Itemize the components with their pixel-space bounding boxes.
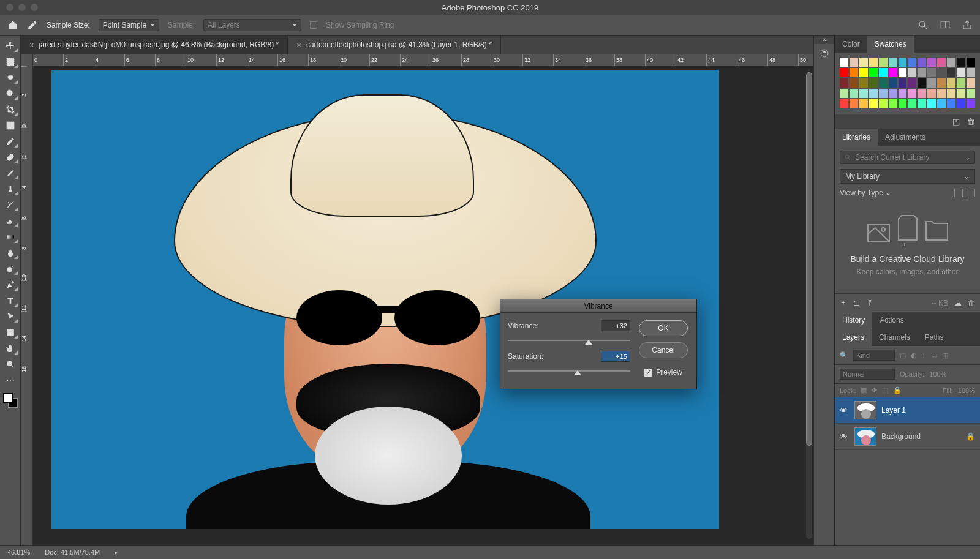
frame-tool[interactable] xyxy=(2,119,18,132)
swatch[interactable] xyxy=(927,78,936,88)
swatch[interactable] xyxy=(937,99,946,108)
dodge-tool[interactable] xyxy=(2,262,18,276)
swatch[interactable] xyxy=(879,99,888,108)
upload-icon[interactable]: ⤒ xyxy=(867,299,873,307)
close-tab-icon[interactable]: × xyxy=(29,40,34,50)
chevron-down-icon[interactable]: ⌄ xyxy=(965,153,971,162)
swatch[interactable] xyxy=(908,68,916,77)
layer-row[interactable]: 👁Layer 1 xyxy=(835,397,980,424)
visibility-icon[interactable]: 👁 xyxy=(840,406,850,415)
swatch[interactable] xyxy=(957,58,965,67)
view-by-label[interactable]: View by Type xyxy=(840,189,883,197)
swatch[interactable] xyxy=(918,89,926,98)
move-tool[interactable] xyxy=(2,39,18,53)
filter-type-icon[interactable]: T xyxy=(922,351,926,359)
swatch[interactable] xyxy=(957,68,965,77)
layer-thumbnail[interactable] xyxy=(854,401,876,419)
swatch[interactable] xyxy=(889,99,897,108)
swatch[interactable] xyxy=(937,89,946,98)
visibility-icon[interactable]: 👁 xyxy=(840,432,850,441)
edit-toolbar[interactable]: ⋯ xyxy=(2,373,18,387)
swatch[interactable] xyxy=(850,89,858,98)
swatch[interactable] xyxy=(947,58,956,67)
collapsed-panel-strip[interactable]: « xyxy=(813,36,834,545)
swatch[interactable] xyxy=(918,58,926,67)
vibrance-input[interactable] xyxy=(601,320,630,331)
lock-all-icon[interactable]: 🔒 xyxy=(893,386,902,394)
brush-tool[interactable] xyxy=(2,167,18,180)
search-icon[interactable] xyxy=(918,20,929,31)
ruler-origin[interactable] xyxy=(21,54,33,66)
swatch[interactable] xyxy=(840,78,848,88)
swatch[interactable] xyxy=(850,68,858,77)
swatch[interactable] xyxy=(889,89,897,98)
lock-pixels-icon[interactable]: ▩ xyxy=(861,386,867,394)
swatch[interactable] xyxy=(947,89,956,98)
healing-tool[interactable] xyxy=(2,151,18,164)
ruler-horizontal[interactable]: 0246810121416182022242628303234363840424… xyxy=(33,54,813,66)
swatch[interactable] xyxy=(869,68,878,77)
swatch[interactable] xyxy=(840,89,848,98)
show-sampling-ring-checkbox[interactable] xyxy=(310,21,317,29)
swatch[interactable] xyxy=(899,89,907,98)
pen-tool[interactable] xyxy=(2,278,18,291)
tab-color[interactable]: Color xyxy=(835,36,867,53)
shape-tool[interactable] xyxy=(2,326,18,339)
swatch[interactable] xyxy=(840,99,848,108)
new-swatch-icon[interactable]: ◳ xyxy=(952,117,960,126)
fill-value[interactable]: 100% xyxy=(958,387,975,394)
tab-layers[interactable]: Layers xyxy=(835,329,872,346)
swatch[interactable] xyxy=(918,99,926,108)
lock-position-icon[interactable]: ✥ xyxy=(872,386,877,394)
add-icon[interactable]: ＋ xyxy=(840,298,847,308)
fullscreen-icon[interactable] xyxy=(31,4,38,11)
swatch[interactable] xyxy=(908,78,916,88)
swatch[interactable] xyxy=(967,99,975,108)
swatch[interactable] xyxy=(918,68,926,77)
layer-row[interactable]: 👁Background🔒 xyxy=(835,424,980,450)
quick-select-tool[interactable] xyxy=(2,87,18,100)
library-search[interactable]: Search Current Library ⌄ xyxy=(840,151,975,164)
swatch[interactable] xyxy=(947,78,956,88)
crop-tool[interactable] xyxy=(2,103,18,116)
grid-view-icon[interactable] xyxy=(954,189,963,197)
swatch[interactable] xyxy=(889,68,897,77)
swatch[interactable] xyxy=(967,78,975,88)
dialog-title[interactable]: Vibrance xyxy=(500,299,696,313)
slider-knob-icon[interactable] xyxy=(585,336,592,345)
swatch[interactable] xyxy=(869,78,878,88)
tab-history[interactable]: History xyxy=(835,312,872,329)
swatch[interactable] xyxy=(850,58,858,67)
lock-artboard-icon[interactable]: ⬚ xyxy=(882,386,888,394)
swatch[interactable] xyxy=(840,68,848,77)
layer-thumbnail[interactable] xyxy=(854,427,876,446)
swatch[interactable] xyxy=(967,58,975,67)
swatch[interactable] xyxy=(937,78,946,88)
blend-mode-select[interactable] xyxy=(840,369,895,380)
saturation-slider[interactable] xyxy=(508,366,630,375)
expand-panels-icon[interactable]: « xyxy=(814,36,834,44)
chevron-right-icon[interactable]: ▸ xyxy=(115,549,118,557)
document-tab[interactable]: ×jared-sluyter-das6NrjLoM0-unsplash.jpg … xyxy=(21,36,288,54)
filter-shape-icon[interactable]: ▭ xyxy=(931,351,937,359)
workspace-icon[interactable] xyxy=(940,20,951,31)
scrollbar-vertical[interactable] xyxy=(806,72,812,539)
zoom-level[interactable]: 46.81% xyxy=(7,549,30,556)
minimize-icon[interactable] xyxy=(18,4,26,11)
stamp-tool[interactable] xyxy=(2,182,18,196)
history-brush-tool[interactable] xyxy=(2,198,18,212)
tab-channels[interactable]: Channels xyxy=(872,329,918,346)
swatch[interactable] xyxy=(899,78,907,88)
swatch[interactable] xyxy=(899,99,907,108)
swatch[interactable] xyxy=(840,58,848,67)
cloud-icon[interactable]: ☁ xyxy=(954,299,962,307)
swatch[interactable] xyxy=(947,68,956,77)
filter-image-icon[interactable]: ▢ xyxy=(900,351,906,359)
swatch[interactable] xyxy=(957,78,965,88)
close-tab-icon[interactable]: × xyxy=(296,40,301,50)
folder-icon[interactable]: 🗀 xyxy=(853,299,861,307)
vibrance-slider[interactable] xyxy=(508,335,630,345)
foreground-color[interactable] xyxy=(3,393,13,403)
swatch[interactable] xyxy=(927,99,936,108)
swatch[interactable] xyxy=(879,58,888,67)
